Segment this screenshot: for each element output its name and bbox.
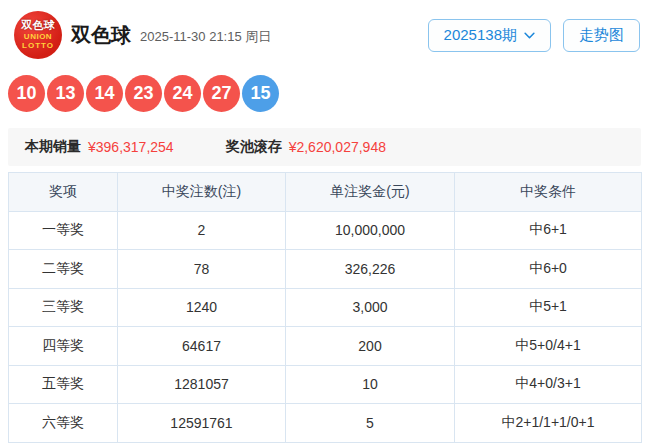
period-select-button[interactable]: 2025138期 — [428, 19, 551, 52]
prize-table-body: 一等奖210,000,000中6+1二等奖78326,226中6+0三等奖124… — [9, 211, 642, 442]
table-cell: 1240 — [118, 288, 286, 327]
blue-ball: 15 — [242, 75, 279, 112]
table-row: 三等奖12403,000中5+1 — [9, 288, 642, 327]
sales-label: 本期销量 — [25, 138, 81, 156]
table-row: 一等奖210,000,000中6+1 — [9, 211, 642, 250]
column-header: 中奖注数(注) — [118, 173, 286, 212]
winning-balls-row: 10131423242715 — [0, 66, 649, 113]
logo-text-lotto: LOTTO — [22, 42, 54, 50]
table-cell: 200 — [286, 327, 455, 366]
table-cell: 78 — [118, 250, 286, 289]
table-cell: 10 — [286, 365, 455, 404]
logo-text-cn: 双色球 — [22, 20, 55, 31]
prize-table-container: 奖项中奖注数(注)单注奖金(元)中奖条件 一等奖210,000,000中6+1二… — [8, 172, 641, 443]
pool-label: 奖池滚存 — [226, 138, 282, 156]
table-cell: 12591761 — [118, 404, 286, 443]
page-header: 双色球 UNION LOTTO 双色球 2025-11-30 21:15 周日 … — [0, 0, 649, 66]
table-cell: 10,000,000 — [286, 211, 455, 250]
column-header: 单注奖金(元) — [286, 173, 455, 212]
red-ball: 27 — [203, 75, 240, 112]
red-ball: 10 — [8, 75, 45, 112]
table-cell: 中2+1/1+1/0+1 — [455, 404, 642, 443]
prize-table: 奖项中奖注数(注)单注奖金(元)中奖条件 一等奖210,000,000中6+1二… — [8, 172, 642, 443]
period-select-label: 2025138期 — [444, 26, 517, 45]
red-ball: 14 — [86, 75, 123, 112]
table-cell: 四等奖 — [9, 327, 118, 366]
table-cell: 中5+0/4+1 — [455, 327, 642, 366]
summary-strip: 本期销量 ¥396,317,254 奖池滚存 ¥2,620,027,948 — [8, 128, 641, 166]
table-cell: 三等奖 — [9, 288, 118, 327]
table-cell: 中6+1 — [455, 211, 642, 250]
table-cell: 五等奖 — [9, 365, 118, 404]
chevron-down-icon — [524, 32, 535, 39]
table-cell: 一等奖 — [9, 211, 118, 250]
table-cell: 5 — [286, 404, 455, 443]
table-cell: 1281057 — [118, 365, 286, 404]
table-cell: 2 — [118, 211, 286, 250]
table-row: 二等奖78326,226中6+0 — [9, 250, 642, 289]
red-ball: 24 — [164, 75, 201, 112]
draw-datetime: 2025-11-30 21:15 周日 — [140, 28, 271, 46]
table-cell: 六等奖 — [9, 404, 118, 443]
column-header: 奖项 — [9, 173, 118, 212]
union-lotto-logo: 双色球 UNION LOTTO — [14, 11, 62, 59]
trend-chart-button[interactable]: 走势图 — [563, 19, 640, 52]
red-ball: 13 — [47, 75, 84, 112]
table-cell: 3,000 — [286, 288, 455, 327]
table-row: 六等奖125917615中2+1/1+1/0+1 — [9, 404, 642, 443]
page-title: 双色球 — [71, 22, 131, 49]
table-header-row: 奖项中奖注数(注)单注奖金(元)中奖条件 — [9, 173, 642, 212]
column-header: 中奖条件 — [455, 173, 642, 212]
table-cell: 中4+0/3+1 — [455, 365, 642, 404]
table-row: 五等奖128105710中4+0/3+1 — [9, 365, 642, 404]
table-cell: 中6+0 — [455, 250, 642, 289]
pool-value: ¥2,620,027,948 — [289, 139, 386, 155]
table-cell: 326,226 — [286, 250, 455, 289]
logo-text-union: UNION — [24, 33, 52, 41]
table-cell: 二等奖 — [9, 250, 118, 289]
table-cell: 64617 — [118, 327, 286, 366]
trend-chart-label: 走势图 — [579, 26, 624, 45]
table-row: 四等奖64617200中5+0/4+1 — [9, 327, 642, 366]
table-cell: 中5+1 — [455, 288, 642, 327]
sales-value: ¥396,317,254 — [88, 139, 174, 155]
red-ball: 23 — [125, 75, 162, 112]
